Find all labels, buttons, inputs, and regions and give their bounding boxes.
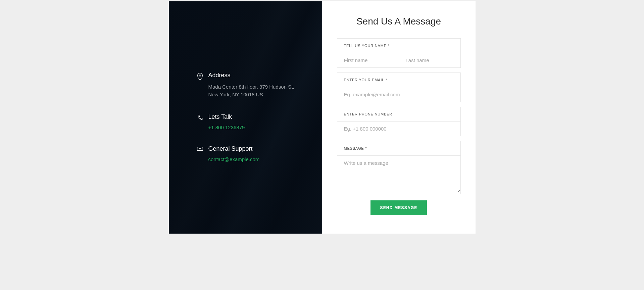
message-field: MESSAGE * [337,141,461,194]
contact-info-panel: Address Mada Center 8th floor, 379 Hudso… [169,1,322,234]
envelope-icon [197,145,208,162]
address-line1: Mada Center 8th floor, 379 Hudson St, [208,83,294,91]
name-label: TELL US YOUR NAME * [337,39,460,53]
name-field: TELL US YOUR NAME * [337,38,461,68]
phone-field: ENTER PHONE NUMBER [337,107,461,136]
phone-link[interactable]: +1 800 1236879 [208,125,245,130]
first-name-input[interactable] [337,53,399,67]
email-input[interactable] [337,87,460,102]
contact-form-panel: Send Us A Message TELL US YOUR NAME * EN… [322,1,476,234]
phone-input[interactable] [337,122,460,136]
support-title: General Support [208,145,260,152]
address-block: Address Mada Center 8th floor, 379 Hudso… [197,72,295,99]
map-pin-icon [197,72,208,99]
support-email-link[interactable]: contact@example.com [208,156,260,162]
email-field: ENTER YOUR EMAIL * [337,72,461,102]
address-line2: New York, NY 10018 US [208,91,294,98]
contact-card: Address Mada Center 8th floor, 379 Hudso… [169,1,476,234]
phone-block: Lets Talk +1 800 1236879 [197,113,295,131]
phone-label: ENTER PHONE NUMBER [337,107,460,122]
svg-rect-1 [197,147,203,150]
phone-icon [197,113,208,131]
address-title: Address [208,72,294,79]
message-label: MESSAGE * [337,141,460,156]
last-name-input[interactable] [399,53,460,67]
email-label: ENTER YOUR EMAIL * [337,73,460,87]
form-title: Send Us A Message [337,16,461,27]
phone-title: Lets Talk [208,113,245,120]
message-textarea[interactable] [337,156,460,193]
send-message-button[interactable]: SEND MESSAGE [370,200,427,215]
support-block: General Support contact@example.com [197,145,295,162]
